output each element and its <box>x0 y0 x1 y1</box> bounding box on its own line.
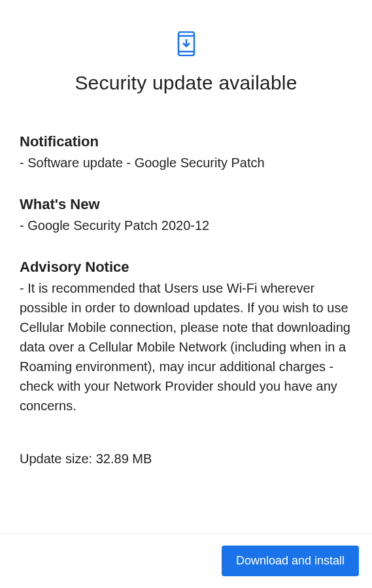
advisory-heading: Advisory Notice <box>20 259 352 276</box>
update-content: Security update available Notification -… <box>0 0 372 533</box>
download-update-icon <box>177 31 196 59</box>
notification-heading: Notification <box>20 133 352 150</box>
page-title: Security update available <box>20 72 352 94</box>
whats-new-heading: What's New <box>20 196 352 213</box>
whats-new-text: - Google Security Patch 2020-12 <box>20 216 352 235</box>
advisory-section: Advisory Notice - It is recommended that… <box>20 259 352 416</box>
footer-bar: Download and install <box>0 533 372 588</box>
notification-section: Notification - Software update - Google … <box>20 133 352 172</box>
header: Security update available <box>20 0 352 133</box>
advisory-text: - It is recommended that Users use Wi-Fi… <box>20 278 352 416</box>
update-size-label: Update size: 32.89 MB <box>20 451 352 466</box>
notification-text: - Software update - Google Security Patc… <box>20 153 352 172</box>
whats-new-section: What's New - Google Security Patch 2020-… <box>20 196 352 235</box>
download-install-button[interactable]: Download and install <box>222 546 359 576</box>
